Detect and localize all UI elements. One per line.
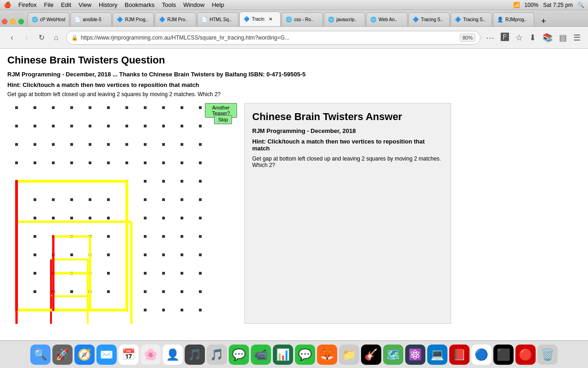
tab-favicon-6: 🌐 [286, 17, 292, 23]
svg-rect-36 [52, 143, 55, 146]
dock-redhot[interactable]: 🔴 [515, 345, 536, 365]
tabs-container: 🌐 cP WebHost 📄 ansible-5 🔷 RJM Prog.. 🔷 … [28, 12, 586, 26]
tab-close-5[interactable]: ✕ [267, 16, 274, 23]
tab-0[interactable]: 🌐 cP WebHost [28, 12, 69, 26]
dock-trash[interactable]: 🗑️ [537, 345, 558, 365]
menu-tools[interactable]: Tools [162, 1, 176, 8]
tab-4[interactable]: 📄 HTML Sq.. [197, 12, 238, 26]
back-button[interactable]: ‹ [6, 31, 18, 44]
dock-itunes[interactable]: 🎵 [207, 345, 227, 365]
dock-excel[interactable]: 📊 [273, 345, 293, 365]
url-bar[interactable]: 🔒 https://www.rjmprogramming.com.au/HTML… [66, 31, 481, 45]
zoom-level[interactable]: 80% [460, 34, 475, 42]
dock-filezilla[interactable]: 📁 [339, 345, 359, 365]
menu-edit[interactable]: Edit [61, 1, 71, 8]
tab-3[interactable]: 🔷 RJM Pro.. [155, 12, 196, 26]
dock-photos[interactable]: 🌸 [141, 345, 161, 365]
dock-wechat[interactable]: 💬 [295, 345, 315, 365]
download-icon[interactable]: ⬇ [527, 31, 538, 45]
dock-ultimateguitar[interactable]: 🎸 [361, 345, 381, 365]
answer-hint: Hint: Click/touch a match then two verti… [252, 138, 443, 152]
menu-firefox[interactable]: Firefox [18, 1, 37, 8]
overflow-icon[interactable]: ☰ [571, 31, 582, 45]
svg-rect-66 [199, 180, 202, 183]
reload-button[interactable]: ↻ [35, 31, 48, 44]
dock-mail[interactable]: ✉️ [96, 345, 117, 365]
new-tab-button[interactable]: + [537, 16, 550, 26]
pocket-icon[interactable]: 🅿 [499, 31, 511, 44]
svg-rect-32 [181, 125, 183, 127]
svg-rect-125 [70, 290, 73, 293]
dock-safari[interactable]: 🧭 [74, 345, 95, 365]
dock-maps[interactable]: 🗺️ [383, 345, 403, 365]
svg-rect-131 [181, 290, 183, 293]
svg-rect-129 [144, 290, 147, 293]
dock-launchpad[interactable]: 🚀 [52, 345, 73, 365]
sidebar-icon[interactable]: ▤ [557, 31, 569, 45]
menu-file[interactable]: File [44, 1, 54, 8]
dock-acrobat[interactable]: 📕 [449, 345, 469, 365]
tab-11[interactable]: 👤 RJMprog.. [493, 12, 534, 26]
tab-10[interactable]: 🔷 Tracing S.. [451, 12, 492, 26]
svg-rect-86 [162, 217, 165, 219]
apple-menu[interactable]: 🍎 [4, 1, 11, 8]
url-text: https://www.rjmprogramming.com.au/HTMLCS… [81, 34, 457, 41]
dock-vsdev[interactable]: 💻 [427, 345, 447, 365]
menu-view[interactable]: View [79, 1, 91, 8]
tab-1[interactable]: 📄 ansible-5 [70, 12, 112, 26]
tab-label-2: RJM Prog.. [125, 17, 148, 22]
bookmark-icon[interactable]: ☆ [514, 31, 525, 45]
tab-5-active[interactable]: 🔷 Tracin ✕ [239, 12, 281, 26]
dock-contacts[interactable]: 👤 [163, 345, 183, 365]
forward-button[interactable]: › [20, 31, 33, 44]
tab-9[interactable]: 🔷 Tracing S.. [408, 12, 450, 26]
dock-finder[interactable]: 🔍 [30, 345, 51, 365]
svg-rect-105 [107, 253, 110, 256]
menu-history[interactable]: History [99, 1, 117, 8]
skip-button[interactable]: Skip [214, 115, 232, 124]
tab-favicon-1: 📄 [74, 17, 81, 23]
main-area: Another Teaser? Skip [7, 103, 581, 324]
svg-rect-108 [162, 253, 165, 256]
dock-calendar[interactable]: 📅 [119, 345, 139, 365]
svg-rect-74 [144, 198, 147, 201]
menu-bookmarks[interactable]: Bookmarks [125, 1, 155, 8]
tab-2[interactable]: 🔷 RJM Prog.. [113, 12, 154, 26]
svg-rect-65 [181, 180, 183, 183]
close-window-button[interactable] [2, 19, 7, 24]
svg-rect-30 [144, 125, 147, 127]
dock-chrome[interactable]: 🔵 [471, 345, 492, 365]
dock-facetime[interactable]: 📹 [251, 345, 271, 365]
minimize-window-button[interactable] [10, 19, 16, 24]
tab-8[interactable]: 🌐 Web An.. [366, 12, 407, 26]
svg-rect-25 [52, 125, 55, 127]
tab-favicon-0: 🌐 [32, 17, 38, 23]
dock-music[interactable]: 🎵 [185, 345, 205, 365]
svg-rect-43 [181, 143, 183, 146]
svg-rect-76 [181, 198, 183, 201]
clock: Sat 7:25 pm [543, 2, 573, 8]
search-icon[interactable]: 🔍 [577, 2, 584, 8]
svg-rect-87 [181, 217, 183, 219]
menu-help[interactable]: Help [212, 1, 224, 8]
dock-terminal[interactable]: ⬛ [493, 345, 514, 365]
dot-grid [7, 103, 232, 324]
dock-atom[interactable]: ⚛️ [405, 345, 425, 365]
svg-rect-127 [107, 290, 110, 293]
svg-rect-42 [162, 143, 165, 146]
tab-7[interactable]: 🌐 javascrip.. [324, 12, 365, 26]
home-button[interactable]: ⌂ [50, 31, 62, 44]
svg-rect-21 [181, 106, 183, 109]
dock-messages[interactable]: 💬 [229, 345, 249, 365]
tab-6[interactable]: 🌐 css - Ro.. [282, 12, 323, 26]
maximize-window-button[interactable] [18, 19, 24, 24]
menu-window[interactable]: Window [183, 1, 204, 8]
svg-rect-17 [107, 106, 110, 109]
tab-favicon-8: 🌐 [370, 17, 377, 23]
synced-tabs-icon[interactable]: 📚 [541, 31, 554, 45]
tab-favicon-9: 🔷 [413, 17, 419, 23]
tab-label-9: Tracing S.. [421, 17, 443, 22]
more-button[interactable]: ⋯ [484, 31, 496, 45]
dock-firefox[interactable]: 🦊 [317, 345, 337, 365]
svg-rect-81 [70, 217, 73, 219]
